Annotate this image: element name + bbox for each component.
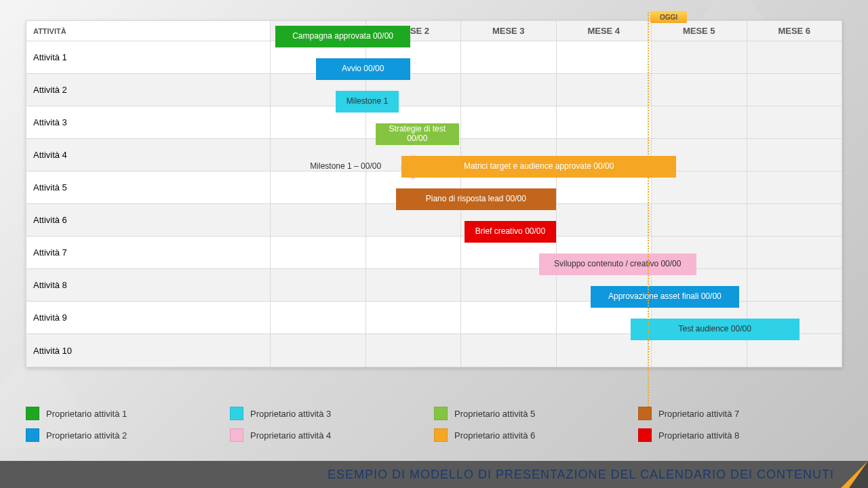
grid-cell bbox=[461, 106, 557, 138]
activity-row: Attività 3 bbox=[26, 106, 842, 139]
activity-header: ATTIVITÀ bbox=[26, 21, 271, 41]
grid-cell bbox=[461, 334, 557, 367]
grid-cell bbox=[366, 237, 462, 268]
grid-cell bbox=[366, 74, 462, 106]
legend-label: Proprietario attività 4 bbox=[250, 430, 331, 441]
header-row: ATTIVITÀMESE 1MESE 2MESE 3MESE 4MESE 5ME… bbox=[26, 21, 842, 41]
legend-label: Proprietario attività 3 bbox=[250, 409, 331, 419]
legend-item: Proprietario attività 5 bbox=[434, 407, 638, 420]
legend-label: Proprietario attività 2 bbox=[46, 430, 127, 441]
grid-cell bbox=[366, 106, 462, 138]
grid-cell bbox=[652, 204, 747, 236]
legend-item: Proprietario attività 4 bbox=[230, 428, 434, 442]
grid-cell bbox=[461, 204, 557, 236]
grid-cell bbox=[557, 334, 652, 367]
grid-cell bbox=[461, 302, 557, 333]
grid-cell bbox=[652, 334, 747, 367]
grid-cell bbox=[747, 41, 842, 73]
grid-cell bbox=[557, 74, 652, 106]
today-marker-line bbox=[648, 12, 649, 412]
month-header: MESE 2 bbox=[366, 21, 462, 41]
grid-cell bbox=[557, 139, 652, 171]
activity-row: Attività 7 bbox=[26, 237, 842, 269]
grid-cell bbox=[271, 139, 366, 171]
grid-cell bbox=[747, 106, 842, 138]
legend-swatch bbox=[434, 428, 448, 442]
today-marker-tab: OGGI bbox=[650, 11, 687, 23]
month-header: MESE 3 bbox=[461, 21, 557, 41]
legend-item: Proprietario attività 8 bbox=[638, 428, 842, 442]
activity-label: Attività 8 bbox=[26, 269, 271, 301]
legend-label: Proprietario attività 1 bbox=[46, 409, 127, 419]
grid-cell bbox=[557, 171, 652, 203]
grid-cell bbox=[652, 139, 747, 171]
legend-label: Proprietario attività 7 bbox=[658, 409, 739, 419]
legend-swatch bbox=[638, 407, 652, 420]
activity-row: Attività 5 bbox=[26, 171, 842, 204]
grid-cell bbox=[557, 269, 652, 301]
grid-cell bbox=[271, 237, 366, 268]
grid-cell bbox=[652, 237, 747, 268]
grid-cell bbox=[461, 171, 557, 203]
grid-cell bbox=[271, 334, 366, 367]
activity-label: Attività 10 bbox=[26, 334, 271, 367]
grid-cell bbox=[557, 204, 652, 236]
grid-cell bbox=[747, 334, 842, 367]
grid-cell bbox=[747, 171, 842, 203]
legend-label: Proprietario attività 8 bbox=[658, 430, 739, 441]
grid-cell bbox=[652, 171, 747, 203]
footer-bar: ESEMPIO DI MODELLO DI PRESENTAZIONE DEL … bbox=[0, 461, 868, 488]
month-header: MESE 6 bbox=[747, 21, 842, 41]
legend-swatch bbox=[26, 428, 39, 442]
grid-cell bbox=[366, 204, 462, 236]
gantt-chart: ATTIVITÀMESE 1MESE 2MESE 3MESE 4MESE 5ME… bbox=[26, 20, 842, 367]
grid-cell bbox=[652, 302, 747, 333]
activity-row: Attività 4 bbox=[26, 139, 842, 171]
activity-label: Attività 9 bbox=[26, 302, 271, 333]
legend-swatch bbox=[230, 407, 243, 420]
grid-cell bbox=[366, 334, 462, 367]
grid-cell bbox=[271, 269, 366, 301]
grid-cell bbox=[366, 269, 462, 301]
grid-cell bbox=[271, 41, 366, 73]
month-header: MESE 4 bbox=[557, 21, 652, 41]
grid-cell bbox=[747, 74, 842, 106]
grid-cell bbox=[747, 139, 842, 171]
grid-cell bbox=[461, 139, 557, 171]
grid-cell bbox=[461, 269, 557, 301]
activity-row: Attività 6 bbox=[26, 204, 842, 237]
grid-cell bbox=[366, 302, 462, 333]
legend-swatch bbox=[26, 407, 39, 420]
activity-label: Attività 6 bbox=[26, 204, 271, 236]
month-header: MESE 5 bbox=[652, 21, 747, 41]
activity-label: Attività 3 bbox=[26, 106, 271, 138]
activity-row: Attività 9 bbox=[26, 302, 842, 334]
legend-item: Proprietario attività 6 bbox=[434, 428, 638, 442]
grid-cell bbox=[366, 41, 462, 73]
grid-cell bbox=[652, 74, 747, 106]
legend-item: Proprietario attività 3 bbox=[230, 407, 434, 420]
activity-label: Attività 1 bbox=[26, 41, 271, 73]
grid-cell bbox=[557, 41, 652, 73]
activity-row: Attività 1 bbox=[26, 41, 842, 74]
grid-cell bbox=[652, 41, 747, 73]
grid-cell bbox=[747, 237, 842, 268]
grid-cell bbox=[747, 269, 842, 301]
grid-cell bbox=[271, 106, 366, 138]
grid-cell bbox=[747, 204, 842, 236]
activity-label: Attività 7 bbox=[26, 237, 271, 268]
month-header: MESE 1 bbox=[271, 21, 366, 41]
activity-row: Attività 10 bbox=[26, 334, 842, 367]
grid-cell bbox=[271, 74, 366, 106]
legend: Proprietario attività 1Proprietario atti… bbox=[26, 407, 842, 442]
activity-label: Attività 5 bbox=[26, 171, 271, 203]
legend-label: Proprietario attività 5 bbox=[454, 409, 535, 419]
grid-cell bbox=[652, 269, 747, 301]
grid-cell bbox=[461, 41, 557, 73]
footer-accent-inner bbox=[849, 461, 868, 488]
legend-swatch bbox=[434, 407, 448, 420]
grid-cell bbox=[747, 302, 842, 333]
grid-cell bbox=[271, 204, 366, 236]
grid-cell bbox=[366, 171, 462, 203]
activity-row: Attività 8 bbox=[26, 269, 842, 302]
